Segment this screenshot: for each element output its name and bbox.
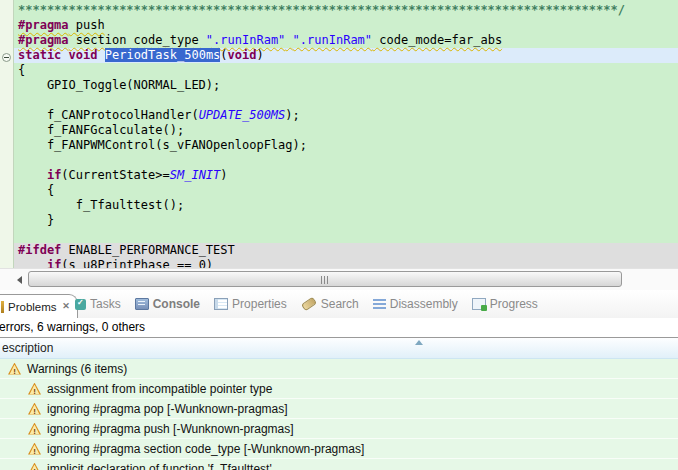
view-label: Search <box>321 297 359 311</box>
selected-text: PeriodTask_500ms <box>105 48 221 62</box>
code-token: ( <box>220 48 227 62</box>
code-token: #pragma <box>18 33 69 47</box>
view-label: Disassembly <box>390 297 458 311</box>
code-line[interactable]: f_CANProtocolHandler(UPDATE_500MS); <box>14 108 678 123</box>
code-token <box>18 168 47 182</box>
progress-icon <box>472 298 486 310</box>
code-token <box>18 258 47 268</box>
view-label: Console <box>153 297 200 311</box>
code-line[interactable] <box>14 153 678 168</box>
scrollbar-thumb[interactable] <box>28 271 622 287</box>
code-token: push <box>69 18 105 32</box>
editor-gutter[interactable] <box>0 0 14 268</box>
properties-icon <box>214 298 228 310</box>
column-header-label: escription <box>2 341 53 355</box>
code-line[interactable]: { <box>14 63 678 78</box>
description-column-header[interactable]: escription <box>0 337 678 359</box>
view-button-properties[interactable]: Properties <box>214 297 287 311</box>
problem-description: Warnings (6 items) <box>27 362 127 376</box>
code-token: (s_u8PrintPhase == 0) <box>61 258 213 268</box>
warning-icon: ! <box>28 403 41 415</box>
code-token: (CurrentState>= <box>61 168 169 182</box>
scrollbar-track[interactable] <box>26 271 660 288</box>
code-token: ) <box>256 48 263 62</box>
warning-icon: ! <box>28 383 41 395</box>
code-line[interactable] <box>14 228 678 243</box>
view-button-tasks[interactable]: Tasks <box>75 297 121 311</box>
tab-problems[interactable]: Problems <box>0 294 78 318</box>
problems-summary: errors, 6 warnings, 0 others <box>0 318 678 337</box>
warning-icon: ! <box>8 363 21 375</box>
console-icon <box>135 298 149 310</box>
code-token: f_FANFGcalculate(); <box>18 123 184 137</box>
code-line[interactable]: #pragma push <box>14 18 678 33</box>
code-editor[interactable]: ****************************************… <box>0 0 678 268</box>
code-text-area[interactable]: ****************************************… <box>14 3 678 268</box>
code-token: ".runInRam" <box>206 33 285 47</box>
view-button-console[interactable]: Console <box>135 297 200 311</box>
warning-row[interactable]: !ignoring #pragma section code_type [-Wu… <box>0 439 678 459</box>
close-icon[interactable] <box>61 301 72 312</box>
code-token: void <box>228 48 257 62</box>
code-token: { <box>18 183 54 197</box>
code-token <box>285 33 292 47</box>
problem-description: ignoring #pragma section code_type [-Wun… <box>47 442 364 456</box>
view-label: Properties <box>232 297 287 311</box>
view-label: Tasks <box>90 297 121 311</box>
problem-description: ignoring #pragma push [-Wunknown-pragmas… <box>47 422 294 436</box>
code-token: ****************************************… <box>18 3 625 17</box>
view-tab-bar: ProblemsTasksConsolePropertiesSearchDisa… <box>0 290 678 318</box>
fold-collapse-icon[interactable] <box>2 53 11 62</box>
code-token: ); <box>285 108 299 122</box>
warning-icon: ! <box>28 463 41 470</box>
tasks-icon <box>75 299 86 310</box>
code-token: if <box>47 168 61 182</box>
code-line[interactable]: ****************************************… <box>14 3 678 18</box>
problems-list: !Warnings (6 items)!assignment from inco… <box>0 359 678 470</box>
code-line[interactable]: GPIO_Toggle(NORMAL_LED); <box>14 78 678 93</box>
code-line[interactable]: f_Tfaulttest(); <box>14 198 678 213</box>
code-token: void <box>69 48 98 62</box>
code-token: #ifdef <box>18 243 61 257</box>
warning-icon: ! <box>28 423 41 435</box>
ide-window: ****************************************… <box>0 0 678 470</box>
code-token: { <box>18 63 25 77</box>
sort-ascending-icon <box>415 340 423 345</box>
problems-panel: ProblemsTasksConsolePropertiesSearchDisa… <box>0 290 678 470</box>
problem-description: implicit declaration of function 'f_Tfau… <box>47 462 272 470</box>
code-line[interactable]: f_FANPWMControl(s_vFANOpenloopFlag); <box>14 138 678 153</box>
horizontal-scrollbar[interactable] <box>0 268 678 290</box>
code-line[interactable]: static void PeriodTask_500ms(void) <box>14 48 678 63</box>
problem-description: ignoring #pragma pop [-Wunknown-pragmas] <box>47 402 288 416</box>
warning-row[interactable]: !implicit declaration of function 'f_Tfa… <box>0 459 678 470</box>
code-line[interactable]: f_FANFGcalculate(); <box>14 123 678 138</box>
code-token: } <box>18 213 54 227</box>
view-button-progress[interactable]: Progress <box>472 297 538 311</box>
code-token: UPDATE_500MS <box>199 108 286 122</box>
code-line[interactable]: } <box>14 213 678 228</box>
view-button-disassembly[interactable]: Disassembly <box>373 297 458 311</box>
warnings-group-row[interactable]: !Warnings (6 items) <box>0 359 678 379</box>
code-line[interactable]: #ifdef ENABLE_PERFORMANCE_TEST <box>14 243 678 258</box>
code-token: f_Tfaulttest(); <box>18 198 184 212</box>
code-line[interactable]: if(s_u8PrintPhase == 0) <box>14 258 678 268</box>
scrollbar-left-arrow-icon[interactable] <box>17 276 22 284</box>
view-button-search[interactable]: Search <box>301 297 359 311</box>
warning-row[interactable]: !ignoring #pragma push [-Wunknown-pragma… <box>0 419 678 439</box>
code-token: #pragma <box>18 18 69 32</box>
code-token: if <box>47 258 61 268</box>
code-token <box>98 48 105 62</box>
warning-row[interactable]: !assignment from incompatible pointer ty… <box>0 379 678 399</box>
code-token: GPIO_Toggle(NORMAL_LED); <box>18 78 220 92</box>
code-token: ENABLE_PERFORMANCE_TEST <box>61 243 234 257</box>
search-icon <box>301 297 317 312</box>
code-line[interactable]: { <box>14 183 678 198</box>
code-token: ".runInRam" <box>293 33 372 47</box>
view-label: Progress <box>490 297 538 311</box>
view-buttons: TasksConsolePropertiesSearchDisassemblyP… <box>75 290 538 318</box>
code-line[interactable] <box>14 93 678 108</box>
tab-label: Problems <box>8 301 57 313</box>
code-line[interactable]: #pragma section code_type ".runInRam" ".… <box>14 33 678 48</box>
code-line[interactable]: if(CurrentState>=SM_INIT) <box>14 168 678 183</box>
warning-row[interactable]: !ignoring #pragma pop [-Wunknown-pragmas… <box>0 399 678 419</box>
